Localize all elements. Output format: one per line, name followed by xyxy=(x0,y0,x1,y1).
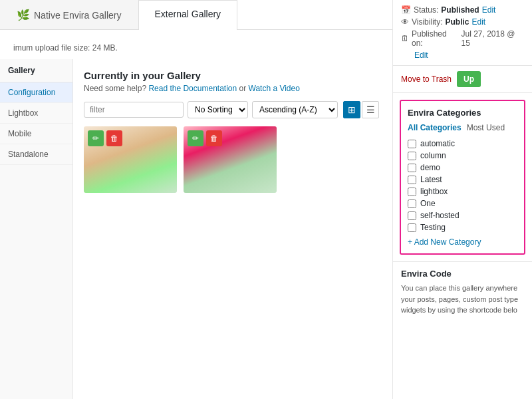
categories-list: automatic column demo Latest lightbox xyxy=(408,139,517,232)
status-area: 📅 Status: Published Edit 👁 Visibility: P… xyxy=(393,0,532,66)
sidebar-item-mobile[interactable]: Mobile xyxy=(0,124,72,144)
status-value: Published xyxy=(441,5,479,15)
tab-native[interactable]: 🌿 Native Envira Gallery xyxy=(0,0,138,29)
gallery-tabs: 🌿 Native Envira Gallery External Gallery xyxy=(0,0,392,30)
cat-checkbox-column[interactable] xyxy=(408,152,416,160)
cat-checkbox-demo[interactable] xyxy=(408,164,416,172)
sidebar-item-configuration[interactable]: Configuration xyxy=(0,82,72,103)
cat-checkbox-testing[interactable] xyxy=(408,223,416,232)
leaf-icon: 🌿 xyxy=(17,9,30,21)
list-item: One xyxy=(408,199,517,208)
cat-checkbox-automatic[interactable] xyxy=(408,140,416,148)
tab-external[interactable]: External Gallery xyxy=(138,0,238,30)
categories-box: Envira Categories All Categories Most Us… xyxy=(400,100,525,255)
visibility-row: 👁 Visibility: Public Edit xyxy=(401,17,524,27)
sorting-select[interactable]: No Sorting Title Date Random xyxy=(188,101,248,118)
list-item: self-hosted xyxy=(408,211,517,220)
gallery-sidebar: Gallery Configuration Lightbox Mobile St… xyxy=(0,59,73,399)
list-item: lightbox xyxy=(408,187,517,196)
categories-title: Envira Categories xyxy=(408,108,517,118)
calendar-icon: 📅 xyxy=(401,5,411,15)
video-link[interactable]: Watch a Video xyxy=(249,84,300,93)
status-edit-link[interactable]: Edit xyxy=(482,5,496,15)
order-select[interactable]: Ascending (A-Z) Descending (Z-A) xyxy=(252,101,338,118)
sidebar-item-standalone[interactable]: Standalone xyxy=(0,144,72,165)
list-item: demo xyxy=(408,163,517,172)
filter-input[interactable] xyxy=(84,102,184,118)
list-item: Latest xyxy=(408,175,517,184)
edit-thumb-1[interactable]: ✏ xyxy=(88,130,104,146)
cat-checkbox-self-hosted[interactable] xyxy=(408,211,416,220)
categories-tabs: All Categories Most Used xyxy=(408,123,517,132)
doc-link[interactable]: Read the Documentation xyxy=(148,84,237,93)
status-row: 📅 Status: Published Edit xyxy=(401,5,524,15)
list-view-icon[interactable]: ☰ xyxy=(362,101,379,118)
thumbnail-1: ✏ 🗑 xyxy=(84,126,177,193)
date-icon: 🗓 xyxy=(401,34,409,43)
cat-checkbox-one[interactable] xyxy=(408,200,416,208)
grid-view-icon[interactable]: ⊞ xyxy=(343,101,360,118)
published-value: Jul 27, 2018 @ 15 xyxy=(461,29,524,48)
filter-bar: No Sorting Title Date Random Ascending (… xyxy=(84,101,382,118)
list-item: Testing xyxy=(408,223,517,232)
list-item: automatic xyxy=(408,139,517,148)
view-icons: ⊞ ☰ xyxy=(343,101,379,118)
update-button[interactable]: Up xyxy=(457,71,481,87)
delete-thumb-1[interactable]: 🗑 xyxy=(106,130,122,146)
gallery-header: Currently in your Gallery Need some help… xyxy=(84,70,382,93)
cat-tab-all[interactable]: All Categories xyxy=(408,123,462,132)
visibility-edit-link[interactable]: Edit xyxy=(471,17,485,27)
cat-tab-most-used[interactable]: Most Used xyxy=(467,123,505,132)
code-title: Envira Code xyxy=(401,269,524,279)
published-edit-link[interactable]: Edit xyxy=(414,51,428,60)
visibility-value: Public xyxy=(445,17,469,27)
cat-checkbox-latest[interactable] xyxy=(408,176,416,184)
move-to-trash-link[interactable]: Move to Trash xyxy=(401,74,452,84)
right-sidebar: 📅 Status: Published Edit 👁 Visibility: P… xyxy=(392,0,532,399)
edit-thumb-2[interactable]: ✏ xyxy=(188,130,203,146)
tab-native-label: Native Envira Gallery xyxy=(34,10,122,21)
tab-external-label: External Gallery xyxy=(155,9,221,19)
thumbnail-2: ✏ 🗑 xyxy=(184,126,277,193)
gallery-heading: Currently in your Gallery xyxy=(84,70,382,81)
delete-thumb-2[interactable]: 🗑 xyxy=(206,130,222,146)
sidebar-item-lightbox[interactable]: Lightbox xyxy=(0,103,72,124)
action-row: Move to Trash Up xyxy=(393,66,532,93)
code-box: Envira Code You can place this gallery a… xyxy=(393,261,532,323)
cat-checkbox-lightbox[interactable] xyxy=(408,188,416,196)
code-text: You can place this gallery anywhere your… xyxy=(401,283,524,316)
published-row: 🗓 Published on: Jul 27, 2018 @ 15 xyxy=(401,29,524,48)
add-category-link[interactable]: + Add New Category xyxy=(408,237,517,247)
gallery-content: Currently in your Gallery Need some help… xyxy=(73,59,392,399)
list-item: column xyxy=(408,151,517,160)
eye-icon: 👁 xyxy=(401,17,409,27)
gallery-sidebar-title: Gallery xyxy=(0,59,72,82)
gallery-help: Need some help? Read the Documentation o… xyxy=(84,84,382,93)
upload-notice: imum upload file size: 24 MB. xyxy=(0,30,392,59)
thumbnails: ✏ 🗑 ✏ 🗑 xyxy=(84,126,382,193)
